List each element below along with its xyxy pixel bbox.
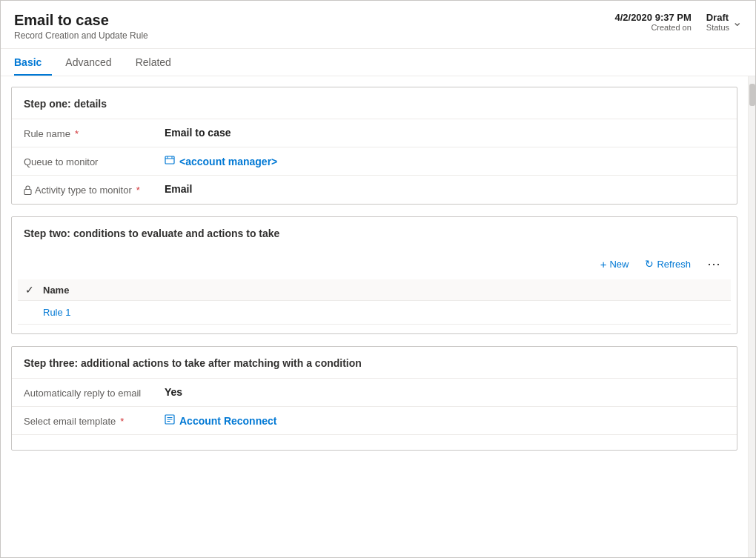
queue-icon (165, 155, 175, 167)
rule-table-header: ✓ Name (18, 279, 731, 301)
header: Email to case Record Creation and Update… (1, 1, 755, 49)
check-col: ✓ (25, 284, 43, 296)
auto-reply-value: Yes (165, 386, 725, 398)
activity-type-row: Activity type to monitor * Email (12, 175, 737, 204)
tab-advanced[interactable]: Advanced (65, 49, 122, 76)
header-date: 4/2/2020 9:37 PM Created on (614, 12, 691, 32)
step-three-title: Step three: additional actions to take a… (12, 347, 737, 378)
svg-rect-0 (165, 156, 174, 164)
activity-type-label: Activity type to monitor * (24, 183, 165, 196)
main-content: Step one: details Rule name * Email to c… (1, 76, 748, 557)
table-row: Rule 1 (18, 301, 731, 325)
refresh-icon: ↻ (645, 258, 654, 270)
scrollbar[interactable] (748, 76, 755, 557)
status-label: Status (706, 23, 729, 32)
queue-monitor-label: Queue to monitor (24, 155, 165, 167)
rule-name-link[interactable]: Rule 1 (43, 307, 723, 318)
email-template-row: Select email template * Accoun (12, 406, 737, 434)
step-one-card: Step one: details Rule name * Email to c… (11, 87, 737, 205)
activity-type-value: Email (165, 183, 725, 195)
lock-icon (24, 185, 32, 196)
scroll-thumb[interactable] (749, 84, 755, 106)
queue-monitor-row: Queue to monitor <account manager> (12, 147, 737, 175)
email-template-label: Select email template * (24, 414, 165, 427)
svg-rect-4 (24, 190, 31, 195)
step-two-toolbar: + New ↻ Refresh ⋯ (12, 248, 737, 279)
rule-name-row: Rule name * Email to case (12, 119, 737, 147)
email-template-text: Account Reconnect (179, 415, 276, 427)
rule-name-value: Email to case (165, 127, 725, 139)
more-options-icon[interactable]: ⋯ (703, 254, 725, 273)
auto-reply-row: Automatically reply to email Yes (12, 378, 737, 406)
auto-reply-label: Automatically reply to email (24, 386, 165, 399)
tab-related[interactable]: Related (136, 49, 182, 76)
page-title: Email to case (14, 11, 148, 29)
new-button-label: New (609, 259, 629, 270)
status-chevron-icon[interactable]: ⌄ (732, 15, 742, 29)
step-three-card: Step three: additional actions to take a… (11, 346, 737, 451)
refresh-button-label: Refresh (657, 259, 691, 270)
plus-icon: + (600, 258, 607, 270)
rule-name-label: Rule name * (24, 127, 165, 139)
new-button[interactable]: + New (596, 255, 634, 273)
template-icon (165, 414, 175, 427)
email-template-value[interactable]: Account Reconnect (165, 414, 725, 427)
date-label: Created on (614, 23, 691, 32)
tabs-nav: Basic Advanced Related (1, 49, 755, 76)
required-star-2: * (136, 185, 140, 196)
date-value: 4/2/2020 9:37 PM (614, 12, 691, 23)
required-star: * (75, 128, 79, 139)
refresh-button[interactable]: ↻ Refresh (640, 255, 695, 273)
step-two-title: Step two: conditions to evaluate and act… (12, 217, 737, 248)
rule-table: ✓ Name Rule 1 (18, 279, 731, 325)
step-two-card: Step two: conditions to evaluate and act… (11, 216, 737, 334)
page-subtitle: Record Creation and Update Rule (14, 30, 148, 41)
queue-monitor-text: <account manager> (179, 156, 277, 167)
header-left: Email to case Record Creation and Update… (14, 11, 148, 41)
step-one-title: Step one: details (12, 87, 737, 119)
required-star-3: * (120, 416, 124, 427)
tab-basic[interactable]: Basic (14, 49, 52, 76)
name-col-header: Name (43, 285, 723, 296)
header-status: Draft Status ⌄ (706, 11, 742, 32)
queue-monitor-value[interactable]: <account manager> (165, 155, 725, 167)
status-value: Draft (706, 12, 729, 23)
header-right: 4/2/2020 9:37 PM Created on Draft Status… (614, 11, 742, 32)
